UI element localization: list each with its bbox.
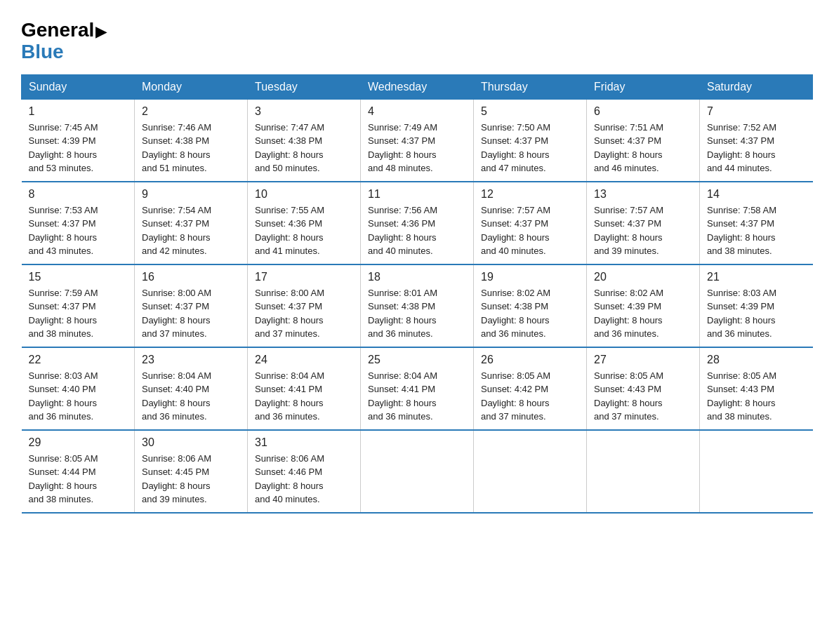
day-info: Sunrise: 7:46 AMSunset: 4:38 PMDaylight:… xyxy=(142,121,240,175)
day-info: Sunrise: 7:57 AMSunset: 4:37 PMDaylight:… xyxy=(481,203,579,258)
day-number: 26 xyxy=(481,354,579,366)
day-number: 19 xyxy=(481,271,579,283)
day-info: Sunrise: 7:49 AMSunset: 4:37 PMDaylight:… xyxy=(368,121,466,175)
weekday-header-friday: Friday xyxy=(587,74,700,99)
day-info: Sunrise: 7:57 AMSunset: 4:37 PMDaylight:… xyxy=(594,203,692,258)
week-row-1: 1Sunrise: 7:45 AMSunset: 4:39 PMDaylight… xyxy=(22,99,813,182)
day-info: Sunrise: 8:00 AMSunset: 4:37 PMDaylight:… xyxy=(142,286,240,341)
calendar-cell: 20Sunrise: 8:02 AMSunset: 4:39 PMDayligh… xyxy=(587,264,700,347)
calendar-cell xyxy=(474,430,587,513)
calendar-cell: 1Sunrise: 7:45 AMSunset: 4:39 PMDaylight… xyxy=(22,99,135,182)
day-info: Sunrise: 7:55 AMSunset: 4:36 PMDaylight:… xyxy=(255,203,353,258)
day-info: Sunrise: 7:58 AMSunset: 4:37 PMDaylight:… xyxy=(707,203,806,258)
calendar-cell: 30Sunrise: 8:06 AMSunset: 4:45 PMDayligh… xyxy=(135,430,248,513)
week-row-5: 29Sunrise: 8:05 AMSunset: 4:44 PMDayligh… xyxy=(22,430,813,513)
calendar-cell: 29Sunrise: 8:05 AMSunset: 4:44 PMDayligh… xyxy=(22,430,135,513)
weekday-header-tuesday: Tuesday xyxy=(248,74,361,99)
calendar-cell: 27Sunrise: 8:05 AMSunset: 4:43 PMDayligh… xyxy=(587,347,700,430)
day-number: 10 xyxy=(255,188,353,201)
day-info: Sunrise: 7:56 AMSunset: 4:36 PMDaylight:… xyxy=(368,203,466,258)
day-info: Sunrise: 8:05 AMSunset: 4:43 PMDaylight:… xyxy=(707,369,806,424)
calendar-cell: 3Sunrise: 7:47 AMSunset: 4:38 PMDaylight… xyxy=(248,99,361,182)
day-info: Sunrise: 8:06 AMSunset: 4:46 PMDaylight:… xyxy=(255,452,353,507)
day-info: Sunrise: 8:02 AMSunset: 4:39 PMDaylight:… xyxy=(594,286,692,341)
day-number: 25 xyxy=(368,354,466,366)
day-number: 4 xyxy=(368,105,466,118)
weekday-header-wednesday: Wednesday xyxy=(361,74,474,99)
day-number: 7 xyxy=(707,105,806,118)
day-info: Sunrise: 8:04 AMSunset: 4:40 PMDaylight:… xyxy=(142,369,240,424)
day-info: Sunrise: 7:51 AMSunset: 4:37 PMDaylight:… xyxy=(594,121,692,175)
day-info: Sunrise: 7:50 AMSunset: 4:37 PMDaylight:… xyxy=(481,121,579,175)
day-number: 18 xyxy=(368,271,466,283)
calendar-cell: 2Sunrise: 7:46 AMSunset: 4:38 PMDaylight… xyxy=(135,99,248,182)
weekday-header-thursday: Thursday xyxy=(474,74,587,99)
day-info: Sunrise: 7:59 AMSunset: 4:37 PMDaylight:… xyxy=(29,286,128,341)
calendar-cell: 7Sunrise: 7:52 AMSunset: 4:37 PMDaylight… xyxy=(700,99,813,182)
week-row-2: 8Sunrise: 7:53 AMSunset: 4:37 PMDaylight… xyxy=(22,182,813,264)
weekday-header-monday: Monday xyxy=(135,74,248,99)
day-number: 6 xyxy=(594,105,692,118)
day-info: Sunrise: 8:04 AMSunset: 4:41 PMDaylight:… xyxy=(368,369,466,424)
day-info: Sunrise: 7:45 AMSunset: 4:39 PMDaylight:… xyxy=(29,121,128,175)
day-info: Sunrise: 7:53 AMSunset: 4:37 PMDaylight:… xyxy=(29,203,128,258)
day-number: 28 xyxy=(707,354,806,366)
day-number: 9 xyxy=(142,188,240,201)
day-info: Sunrise: 8:00 AMSunset: 4:37 PMDaylight:… xyxy=(255,286,353,341)
calendar-cell xyxy=(361,430,474,513)
calendar-cell xyxy=(700,430,813,513)
calendar-cell: 28Sunrise: 8:05 AMSunset: 4:43 PMDayligh… xyxy=(700,347,813,430)
day-number: 30 xyxy=(142,436,240,449)
calendar-cell: 18Sunrise: 8:01 AMSunset: 4:38 PMDayligh… xyxy=(361,264,474,347)
calendar-cell: 9Sunrise: 7:54 AMSunset: 4:37 PMDaylight… xyxy=(135,182,248,264)
calendar-cell: 11Sunrise: 7:56 AMSunset: 4:36 PMDayligh… xyxy=(361,182,474,264)
logo-blue-text: Blue xyxy=(21,41,64,63)
calendar-cell: 23Sunrise: 8:04 AMSunset: 4:40 PMDayligh… xyxy=(135,347,248,430)
calendar-cell: 10Sunrise: 7:55 AMSunset: 4:36 PMDayligh… xyxy=(248,182,361,264)
day-info: Sunrise: 7:47 AMSunset: 4:38 PMDaylight:… xyxy=(255,121,353,175)
calendar-cell: 14Sunrise: 7:58 AMSunset: 4:37 PMDayligh… xyxy=(700,182,813,264)
day-number: 16 xyxy=(142,271,240,283)
day-number: 11 xyxy=(368,188,466,201)
calendar-cell: 17Sunrise: 8:00 AMSunset: 4:37 PMDayligh… xyxy=(248,264,361,347)
day-number: 15 xyxy=(29,271,128,283)
day-info: Sunrise: 8:04 AMSunset: 4:41 PMDaylight:… xyxy=(255,369,353,424)
weekday-header-sunday: Sunday xyxy=(22,74,135,99)
day-number: 23 xyxy=(142,354,240,366)
week-row-3: 15Sunrise: 7:59 AMSunset: 4:37 PMDayligh… xyxy=(22,264,813,347)
calendar-cell: 31Sunrise: 8:06 AMSunset: 4:46 PMDayligh… xyxy=(248,430,361,513)
logo-general-text: General▶ xyxy=(21,20,106,41)
calendar-cell: 15Sunrise: 7:59 AMSunset: 4:37 PMDayligh… xyxy=(22,264,135,347)
day-info: Sunrise: 8:02 AMSunset: 4:38 PMDaylight:… xyxy=(481,286,579,341)
calendar-cell: 8Sunrise: 7:53 AMSunset: 4:37 PMDaylight… xyxy=(22,182,135,264)
day-number: 3 xyxy=(255,105,353,118)
day-info: Sunrise: 8:05 AMSunset: 4:43 PMDaylight:… xyxy=(594,369,692,424)
day-info: Sunrise: 8:05 AMSunset: 4:44 PMDaylight:… xyxy=(29,452,128,507)
day-info: Sunrise: 7:52 AMSunset: 4:37 PMDaylight:… xyxy=(707,121,806,175)
day-number: 22 xyxy=(29,354,128,366)
day-info: Sunrise: 8:01 AMSunset: 4:38 PMDaylight:… xyxy=(368,286,466,341)
day-info: Sunrise: 8:05 AMSunset: 4:42 PMDaylight:… xyxy=(481,369,579,424)
day-info: Sunrise: 8:03 AMSunset: 4:39 PMDaylight:… xyxy=(707,286,806,341)
calendar-table: SundayMondayTuesdayWednesdayThursdayFrid… xyxy=(21,74,813,514)
day-number: 27 xyxy=(594,354,692,366)
weekday-header-row: SundayMondayTuesdayWednesdayThursdayFrid… xyxy=(22,74,813,99)
day-info: Sunrise: 8:03 AMSunset: 4:40 PMDaylight:… xyxy=(29,369,128,424)
calendar-cell: 22Sunrise: 8:03 AMSunset: 4:40 PMDayligh… xyxy=(22,347,135,430)
day-info: Sunrise: 7:54 AMSunset: 4:37 PMDaylight:… xyxy=(142,203,240,258)
calendar-cell: 16Sunrise: 8:00 AMSunset: 4:37 PMDayligh… xyxy=(135,264,248,347)
header: General▶ Blue xyxy=(21,14,813,63)
day-number: 14 xyxy=(707,188,806,201)
calendar-cell: 4Sunrise: 7:49 AMSunset: 4:37 PMDaylight… xyxy=(361,99,474,182)
calendar-cell: 25Sunrise: 8:04 AMSunset: 4:41 PMDayligh… xyxy=(361,347,474,430)
day-number: 17 xyxy=(255,271,353,283)
calendar-cell: 13Sunrise: 7:57 AMSunset: 4:37 PMDayligh… xyxy=(587,182,700,264)
week-row-4: 22Sunrise: 8:03 AMSunset: 4:40 PMDayligh… xyxy=(22,347,813,430)
day-number: 29 xyxy=(29,436,128,449)
day-number: 1 xyxy=(29,105,128,118)
day-number: 8 xyxy=(29,188,128,201)
calendar-cell: 21Sunrise: 8:03 AMSunset: 4:39 PMDayligh… xyxy=(700,264,813,347)
day-number: 2 xyxy=(142,105,240,118)
calendar-cell: 24Sunrise: 8:04 AMSunset: 4:41 PMDayligh… xyxy=(248,347,361,430)
day-number: 24 xyxy=(255,354,353,366)
